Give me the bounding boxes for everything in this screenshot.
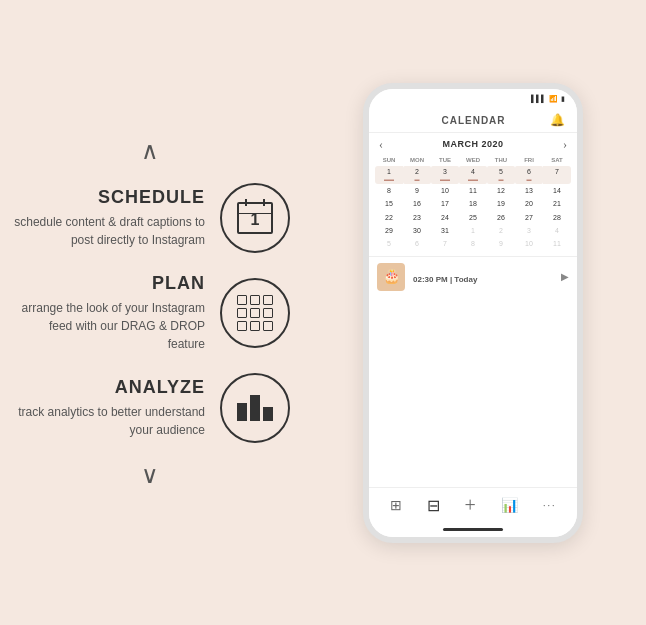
day-cell[interactable]: 28 <box>543 212 571 224</box>
bar-2 <box>250 395 260 421</box>
day-cell[interactable]: 7 <box>431 238 459 250</box>
day-cell[interactable]: 23 <box>403 212 431 224</box>
nav-calendar-icon[interactable]: ⊟ <box>427 496 440 515</box>
day-cell[interactable]: 29 <box>375 225 403 237</box>
day-cell[interactable]: 6 <box>403 238 431 250</box>
day-cell[interactable]: 20 <box>515 198 543 210</box>
calendar-icon: 1 <box>237 202 273 234</box>
day-cell[interactable]: 9 <box>487 238 515 250</box>
day-cell[interactable]: 1▬▬ <box>375 166 403 184</box>
day-cell[interactable]: 25 <box>459 212 487 224</box>
event-dot: ▬ <box>404 176 430 182</box>
nav-analytics-icon[interactable]: 📊 <box>501 497 518 514</box>
analyze-desc: track analytics to better understand you… <box>10 403 205 439</box>
week-row-2: 8 9 10 11 12 13 14 <box>375 185 571 197</box>
battery-icon: ▮ <box>561 95 565 103</box>
day-header-mon: MON <box>403 156 431 164</box>
day-cell[interactable]: 24 <box>431 212 459 224</box>
day-cell[interactable]: 7 <box>543 166 571 184</box>
nav-down-arrow[interactable]: ∨ <box>141 461 159 489</box>
day-cell[interactable]: 17 <box>431 198 459 210</box>
week-row-3: 15 16 17 18 19 20 21 <box>375 198 571 210</box>
left-panel: ∧ SCHEDULE schedule content & draft capt… <box>0 0 300 625</box>
grid-cell <box>250 308 260 318</box>
notification-icon[interactable]: 🔔 <box>550 113 565 128</box>
day-cell[interactable]: 30 <box>403 225 431 237</box>
schedule-text: SCHEDULE schedule content & draft captio… <box>10 187 220 249</box>
day-cell[interactable]: 8 <box>375 185 403 197</box>
phone-status-bar: ▌▌▌ 📶 ▮ <box>369 89 577 109</box>
nav-add-icon[interactable]: + <box>465 494 476 517</box>
wifi-icon: 📶 <box>549 95 558 103</box>
phone-bottom-nav: ⊞ ⊟ + 📊 ··· <box>369 487 577 523</box>
app-title: CALENDAR <box>397 115 550 126</box>
plan-icon-circle <box>220 278 290 348</box>
plan-title: PLAN <box>10 273 205 294</box>
feature-schedule: SCHEDULE schedule content & draft captio… <box>10 183 290 253</box>
day-cell[interactable]: 11 <box>459 185 487 197</box>
day-cell[interactable]: 21 <box>543 198 571 210</box>
home-indicator <box>443 528 503 531</box>
day-cell[interactable]: 5▬ <box>487 166 515 184</box>
day-header-tue: TUE <box>431 156 459 164</box>
bar-1 <box>237 403 247 421</box>
event-dot: ▬ <box>516 176 542 182</box>
day-cell[interactable]: 3▬▬ <box>431 166 459 184</box>
plan-desc: arrange the look of your Instagram feed … <box>10 299 205 353</box>
nav-home-icon[interactable]: ⊞ <box>390 497 402 514</box>
analyze-text: ANALYZE track analytics to better unders… <box>10 377 220 439</box>
day-cell[interactable]: 9 <box>403 185 431 197</box>
day-cell[interactable]: 15 <box>375 198 403 210</box>
bar-3 <box>263 407 273 421</box>
day-cell[interactable]: 31 <box>431 225 459 237</box>
day-cell[interactable]: 1 <box>459 225 487 237</box>
day-cell[interactable]: 2▬ <box>403 166 431 184</box>
day-cell[interactable]: 27 <box>515 212 543 224</box>
day-cell[interactable]: 5 <box>375 238 403 250</box>
day-cell[interactable]: 10 <box>515 238 543 250</box>
day-header-fri: FRI <box>515 156 543 164</box>
grid-cell <box>237 321 247 331</box>
phone-frame: ▌▌▌ 📶 ▮ CALENDAR 🔔 ‹ MARCH 2020 › <box>363 83 583 543</box>
calendar-nav: ‹ MARCH 2020 › <box>369 133 577 156</box>
feature-analyze: ANALYZE track analytics to better unders… <box>10 373 290 443</box>
next-month-button[interactable]: › <box>563 137 567 152</box>
plan-text: PLAN arrange the look of your Instagram … <box>10 273 220 353</box>
day-cell[interactable]: 26 <box>487 212 515 224</box>
prev-month-button[interactable]: ‹ <box>379 137 383 152</box>
grid-cell <box>250 295 260 305</box>
analyze-title: ANALYZE <box>10 377 205 398</box>
event-thumbnail: 🎂 <box>377 263 405 291</box>
day-header-thu: THU <box>487 156 515 164</box>
grid-cell <box>237 308 247 318</box>
week-row-5: 29 30 31 1 2 3 4 <box>375 225 571 237</box>
day-cell[interactable]: 13 <box>515 185 543 197</box>
video-icon: ▶ <box>561 271 569 282</box>
right-panel: ▌▌▌ 📶 ▮ CALENDAR 🔔 ‹ MARCH 2020 › <box>300 0 646 625</box>
day-cell[interactable]: 18 <box>459 198 487 210</box>
grid-cell <box>263 295 273 305</box>
event-dot: ▬ <box>488 176 514 182</box>
day-cell[interactable]: 6▬ <box>515 166 543 184</box>
nav-up-arrow[interactable]: ∧ <box>141 137 159 165</box>
day-cell[interactable]: 3 <box>515 225 543 237</box>
bar-chart-icon <box>237 395 273 421</box>
feature-plan: PLAN arrange the look of your Instagram … <box>10 273 290 353</box>
event-dot: ▬▬ <box>460 176 486 182</box>
signal-icon: ▌▌▌ <box>531 95 546 103</box>
day-cell[interactable]: 4▬▬ <box>459 166 487 184</box>
day-cell[interactable]: 2 <box>487 225 515 237</box>
day-cell[interactable]: 8 <box>459 238 487 250</box>
day-cell[interactable]: 4 <box>543 225 571 237</box>
phone-home-bar <box>369 523 577 537</box>
event-dot: ▬▬ <box>432 176 458 182</box>
day-cell[interactable]: 10 <box>431 185 459 197</box>
day-cell[interactable]: 14 <box>543 185 571 197</box>
day-cell[interactable]: 11 <box>543 238 571 250</box>
event-item[interactable]: 🎂 02:30 PM | Today ▶ <box>369 256 577 297</box>
nav-more-icon[interactable]: ··· <box>543 500 557 511</box>
day-cell[interactable]: 12 <box>487 185 515 197</box>
day-cell[interactable]: 19 <box>487 198 515 210</box>
day-cell[interactable]: 16 <box>403 198 431 210</box>
day-cell[interactable]: 22 <box>375 212 403 224</box>
